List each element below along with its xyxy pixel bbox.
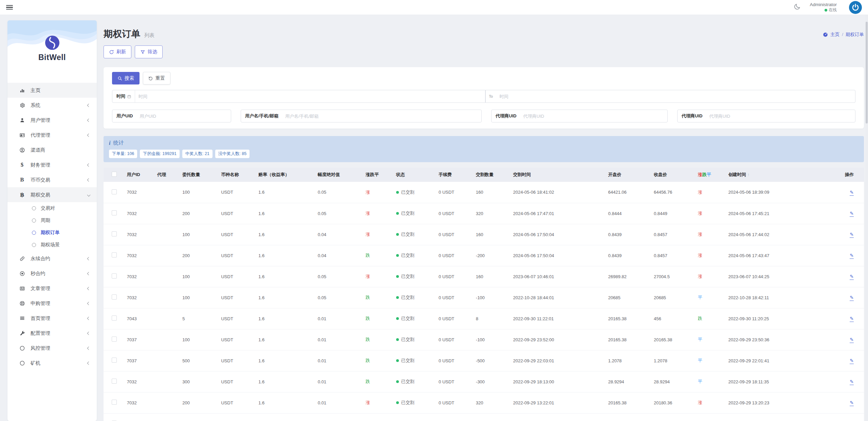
table-row: 7032100USDT1.60.04涨已交割0 USDT1602024-05-0… (104, 224, 864, 245)
time-from-input[interactable] (135, 94, 485, 99)
close-price-cell: 20685 (652, 287, 696, 308)
actions-cell: ✎ (816, 266, 864, 287)
time-to-input[interactable] (496, 94, 855, 99)
refresh-button[interactable]: 刷新 (104, 45, 131, 58)
user-circle-icon (18, 147, 26, 153)
edit-order-button[interactable]: ✎ (850, 358, 854, 364)
edit-order-button[interactable]: ✎ (850, 232, 854, 238)
sidebar-item-9[interactable]: 秒合约 (7, 266, 97, 281)
agent-cell (155, 329, 180, 350)
column-header[interactable]: 创建时间↑ (726, 168, 816, 182)
edit-order-button[interactable]: ✎ (850, 274, 854, 280)
select-all-checkbox[interactable] (112, 172, 117, 177)
sort-asc-icon: ↑ (747, 172, 750, 177)
order-qty-cell: 300 (180, 413, 219, 421)
row-checkbox[interactable] (112, 337, 117, 342)
sidebar-item-0[interactable]: 主页 (7, 83, 97, 98)
filter-field-input-2[interactable] (520, 114, 667, 119)
search-button[interactable]: 搜索 (112, 72, 140, 84)
column-header: 赔率（收益率） (256, 168, 316, 182)
column-header: 代理 (155, 168, 180, 182)
page-scrollbar[interactable] (865, 15, 868, 421)
chevron-left-icon (87, 302, 91, 305)
user-name: Administrator (810, 2, 837, 8)
row-checkbox[interactable] (112, 400, 117, 405)
open-price-cell: 20165.38 (606, 413, 652, 421)
sidebar-item-4[interactable]: 渠道商 (7, 142, 97, 157)
chevron-left-icon (87, 257, 91, 260)
sidebar-item-14[interactable]: 风控管理 (7, 341, 97, 356)
edit-order-button[interactable]: ✎ (850, 253, 854, 259)
hamburger-menu-icon[interactable] (6, 5, 13, 10)
chevron-left-icon (87, 317, 91, 320)
sidebar-subitem-7-3[interactable]: 期权场景 (7, 239, 97, 251)
filter-field-2: 代理商UID (491, 110, 668, 122)
sidebar-item-2[interactable]: 用户管理 (7, 113, 97, 128)
sidebar-item-12[interactable]: 首页管理 (7, 311, 97, 326)
gear-icon (18, 102, 26, 108)
status-cell: 已交割 (394, 266, 437, 287)
sidebar-item-7[interactable]: ฿期权交易 (7, 187, 97, 202)
sidebar-item-6[interactable]: B币币交易 (7, 172, 97, 187)
edit-order-button[interactable]: ✎ (850, 295, 854, 301)
order-qty-cell: 100 (180, 287, 219, 308)
row-checkbox[interactable] (112, 294, 117, 300)
circle-icon (18, 360, 26, 366)
breadcrumb-home-link[interactable]: 主页 (830, 32, 839, 38)
row-checkbox[interactable] (112, 273, 117, 279)
sidebar-subitem-7-1[interactable]: 周期 (7, 214, 97, 227)
edit-order-button[interactable]: ✎ (850, 211, 854, 217)
direction-cell: 涨 (364, 182, 394, 203)
table-row: 7032100USDT1.60.05涨已交割0 USDT1602023-06-0… (104, 266, 864, 287)
status-dot-icon (396, 254, 399, 257)
row-checkbox[interactable] (112, 315, 117, 321)
edit-order-button[interactable]: ✎ (850, 190, 854, 196)
agent-cell (155, 350, 180, 371)
order-qty-cell: 100 (180, 266, 219, 287)
order-qty-cell: 100 (180, 182, 219, 203)
odds-cell: 1.6 (256, 182, 316, 203)
row-checkbox[interactable] (112, 379, 117, 384)
status-label: 已交割 (401, 189, 414, 195)
actions-cell: ✎ (816, 245, 864, 266)
dark-mode-moon-icon[interactable] (793, 3, 801, 12)
row-checkbox[interactable] (112, 231, 117, 236)
settle-time-cell: 2022-09-29 23:52:00 (511, 329, 606, 350)
scrollbar-thumb[interactable] (866, 22, 868, 123)
direction-cell: 跌 (364, 245, 394, 266)
chevron-left-icon (87, 287, 91, 290)
edit-order-button[interactable]: ✎ (850, 316, 854, 322)
coin-name-cell: USDT (219, 350, 256, 371)
sidebar-subitem-7-2[interactable]: 期权订单 (7, 227, 97, 239)
reset-button[interactable]: 重置 (143, 72, 170, 84)
close-price-cell: 27004.5 (652, 266, 696, 287)
sidebar-item-10[interactable]: 文章管理 (7, 281, 97, 296)
actions-cell: ✎ (816, 329, 864, 350)
row-checkbox[interactable] (112, 358, 117, 363)
sidebar-item-11[interactable]: 申购管理 (7, 296, 97, 311)
avatar[interactable] (849, 1, 862, 14)
edit-order-button[interactable]: ✎ (850, 337, 854, 343)
sidebar-item-3[interactable]: 代理管理 (7, 128, 97, 142)
filter-field-input-0[interactable] (136, 114, 231, 119)
edit-order-button[interactable]: ✎ (850, 400, 854, 406)
sidebar-subitem-7-0[interactable]: 交易对 (7, 202, 97, 214)
result-cell: 平 (696, 350, 726, 371)
sidebar-item-5[interactable]: $财务管理 (7, 157, 97, 172)
filter-button[interactable]: 筛选 (135, 45, 163, 58)
filter-field-input-3[interactable] (706, 114, 855, 119)
row-checkbox[interactable] (112, 189, 117, 194)
sidebar-item-15[interactable]: 矿机 (7, 356, 97, 370)
row-checkbox[interactable] (112, 252, 117, 257)
settle-time-cell: 2022-09-29 13:22:01 (511, 392, 606, 413)
column-header: 收盘价 (652, 168, 696, 182)
sidebar-item-8[interactable]: 永续合约 (7, 251, 97, 266)
user-info: Administrator 在线 (810, 2, 837, 13)
sidebar-item-1[interactable]: 系统 (7, 98, 97, 113)
edit-order-button[interactable]: ✎ (850, 379, 854, 385)
coin-name-cell: USDT (219, 182, 256, 203)
user-id-cell: 7032 (125, 287, 155, 308)
row-checkbox[interactable] (112, 210, 117, 215)
filter-field-input-1[interactable] (282, 114, 481, 119)
sidebar-item-13[interactable]: 配置管理 (7, 326, 97, 341)
